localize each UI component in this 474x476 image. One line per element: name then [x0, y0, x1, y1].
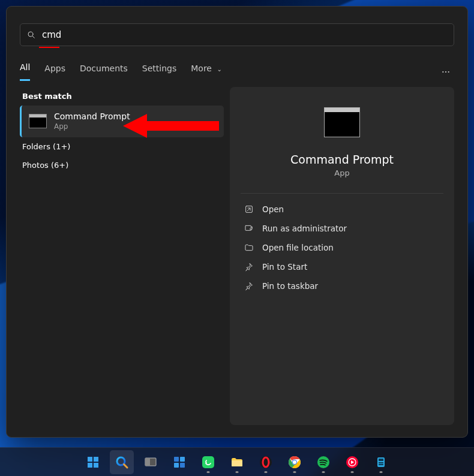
svg-rect-10	[88, 463, 92, 468]
best-match-heading: Best match	[20, 87, 224, 106]
preview-title: Command Prompt	[290, 153, 394, 166]
svg-rect-33	[379, 464, 383, 465]
search-icon	[26, 30, 36, 40]
pin-task-icon	[244, 281, 254, 291]
group-photos[interactable]: Photos (6+)	[20, 156, 224, 174]
group-folders[interactable]: Folders (1+)	[20, 137, 224, 156]
filter-tabs: All Apps Documents Settings More ⌄	[7, 48, 467, 81]
svg-point-3	[445, 71, 446, 72]
tab-more-label: More	[191, 64, 212, 73]
tab-all[interactable]: All	[20, 62, 30, 81]
action-label: Open	[262, 204, 284, 214]
action-pin-to-start[interactable]: Pin to Start	[241, 257, 443, 276]
svg-rect-17	[180, 457, 185, 462]
taskbar-whatsapp[interactable]	[196, 450, 220, 474]
taskbar-widgets[interactable]	[167, 450, 191, 474]
result-command-prompt[interactable]: Command Prompt App	[20, 106, 224, 137]
action-open-file-location[interactable]: Open file location	[241, 238, 443, 257]
opera-icon	[259, 455, 273, 469]
action-open[interactable]: Open	[241, 200, 443, 219]
youtube-music-icon	[345, 455, 359, 469]
widgets-icon	[172, 455, 187, 469]
app-icon	[374, 455, 388, 469]
action-label: Open file location	[262, 243, 334, 252]
action-pin-to-taskbar[interactable]: Pin to taskbar	[241, 276, 443, 296]
preview-subtitle: App	[334, 168, 349, 177]
svg-rect-18	[174, 463, 179, 468]
taskbar-file-explorer[interactable]	[225, 450, 249, 474]
taskbar	[0, 447, 474, 476]
taskbar-chrome[interactable]	[283, 450, 307, 474]
svg-rect-9	[94, 457, 98, 462]
svg-rect-16	[174, 457, 179, 462]
result-subtitle: App	[54, 122, 130, 131]
file-explorer-icon	[230, 455, 244, 469]
svg-rect-8	[88, 457, 92, 462]
chrome-icon	[287, 455, 302, 469]
result-title: Command Prompt	[54, 112, 130, 122]
results-column: Best match Command Prompt App Folders (1…	[20, 87, 224, 425]
preview-icon	[324, 107, 360, 137]
svg-rect-21	[232, 460, 242, 466]
overflow-button[interactable]	[437, 64, 454, 80]
command-prompt-icon	[29, 114, 47, 128]
pin-start-icon	[244, 262, 254, 272]
search-flyout: All Apps Documents Settings More ⌄ Best …	[6, 6, 468, 438]
svg-rect-32	[379, 462, 383, 463]
taskbar-start[interactable]	[81, 450, 105, 474]
folder-icon	[244, 243, 254, 252]
tab-apps[interactable]: Apps	[44, 64, 65, 80]
svg-rect-15	[145, 458, 150, 466]
taskbar-obs[interactable]	[369, 450, 393, 474]
action-label: Run as administrator	[262, 224, 347, 233]
action-label: Pin to taskbar	[262, 281, 318, 291]
taskbar-task-view[interactable]	[139, 450, 163, 474]
admin-icon	[244, 224, 254, 233]
svg-point-26	[293, 460, 296, 464]
ellipsis-icon	[441, 67, 451, 77]
search-box[interactable]	[20, 23, 454, 46]
whatsapp-icon	[201, 455, 215, 469]
divider	[241, 193, 443, 194]
svg-rect-11	[94, 463, 98, 468]
tab-more[interactable]: More ⌄	[191, 64, 222, 80]
taskbar-spotify[interactable]	[311, 450, 335, 474]
windows-icon	[86, 455, 100, 469]
svg-rect-19	[180, 463, 185, 468]
chevron-down-icon: ⌄	[217, 66, 221, 73]
svg-line-13	[124, 464, 128, 468]
search-icon	[115, 455, 129, 469]
action-label: Pin to Start	[262, 262, 307, 272]
svg-rect-20	[202, 456, 214, 468]
svg-point-2	[442, 71, 443, 72]
open-icon	[244, 204, 254, 214]
search-input[interactable]	[42, 29, 448, 40]
taskbar-youtube-music[interactable]	[340, 450, 364, 474]
spotify-icon	[316, 455, 331, 469]
svg-rect-31	[379, 459, 383, 461]
taskbar-opera[interactable]	[254, 450, 278, 474]
action-run-as-admin[interactable]: Run as administrator	[241, 219, 443, 238]
svg-point-4	[448, 71, 449, 72]
tab-documents[interactable]: Documents	[80, 64, 128, 80]
svg-line-1	[32, 36, 34, 38]
preview-panel: Command Prompt App Open Run as administr…	[230, 87, 454, 425]
task-view-icon	[143, 455, 158, 469]
taskbar-search[interactable]	[110, 450, 134, 474]
tab-settings[interactable]: Settings	[142, 64, 176, 80]
